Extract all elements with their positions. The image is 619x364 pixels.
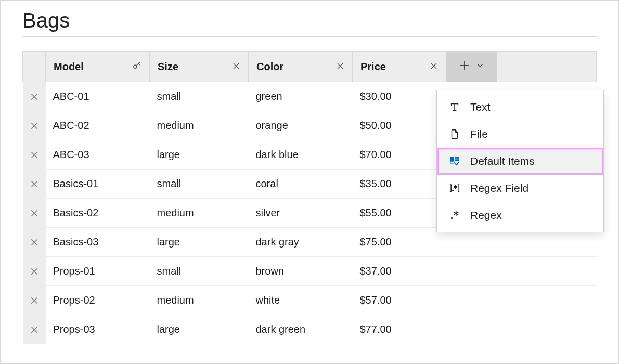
cell-size[interactable]: small xyxy=(150,170,249,199)
cell-empty xyxy=(446,257,497,286)
menu-item-label: File xyxy=(470,128,488,140)
cell-price[interactable]: $55.00 xyxy=(353,199,446,228)
close-icon xyxy=(23,179,46,189)
cell-model[interactable]: Basics-02 xyxy=(46,199,150,228)
cell-price[interactable]: $77.00 xyxy=(353,315,446,344)
menu-item-label: Regex xyxy=(470,209,502,222)
delete-row-button[interactable] xyxy=(23,257,46,286)
column-header-label: Model xyxy=(54,61,128,73)
column-header-label: Size xyxy=(158,61,228,73)
add-column-button[interactable] xyxy=(446,52,497,82)
cell-size[interactable]: large xyxy=(150,140,249,170)
cell-model[interactable]: Props-02 xyxy=(46,286,150,315)
cell-size[interactable]: medium xyxy=(150,286,249,315)
svg-rect-34 xyxy=(455,159,459,161)
cell-price[interactable]: $35.00 xyxy=(353,170,446,199)
cell-size[interactable]: large xyxy=(150,315,249,344)
cell-model[interactable]: Basics-03 xyxy=(46,228,150,257)
cell-price[interactable]: $50.00 xyxy=(353,111,446,140)
cell-model[interactable]: Basics-01 xyxy=(46,170,150,199)
column-header-price[interactable]: Price xyxy=(353,52,446,82)
close-icon xyxy=(23,92,46,101)
cell-color[interactable]: dark blue xyxy=(249,140,353,170)
cell-size[interactable]: large xyxy=(150,228,249,257)
cell-color[interactable]: orange xyxy=(249,111,353,140)
regex-icon xyxy=(448,210,461,221)
cell-model[interactable]: Props-01 xyxy=(46,257,150,286)
delete-row-button[interactable] xyxy=(23,140,46,170)
column-header-label: Color xyxy=(256,61,332,73)
column-header-size[interactable]: Size xyxy=(150,52,249,82)
table-row: Props-01smallbrown$37.00 xyxy=(23,257,597,286)
cell-model[interactable]: Props-03 xyxy=(46,315,150,344)
menu-item-regex-field[interactable]: Regex Field xyxy=(437,175,603,202)
close-icon[interactable] xyxy=(232,61,240,73)
cell-size[interactable]: medium xyxy=(150,111,249,140)
cell-empty xyxy=(446,315,497,344)
cell-size[interactable]: medium xyxy=(150,199,249,228)
close-icon[interactable] xyxy=(430,61,438,73)
cell-price[interactable]: $37.00 xyxy=(353,257,446,286)
cell-price[interactable]: $70.00 xyxy=(353,140,446,170)
chevron-down-icon xyxy=(475,61,485,73)
close-icon xyxy=(23,150,46,160)
close-icon xyxy=(23,296,46,305)
cell-model[interactable]: ABC-01 xyxy=(46,82,150,111)
default-items-icon xyxy=(448,155,461,167)
cell-empty xyxy=(446,286,497,315)
cell-empty xyxy=(497,286,597,315)
cell-price[interactable]: $30.00 xyxy=(353,82,446,111)
menu-item-label: Default Items xyxy=(470,155,535,167)
cell-color[interactable]: dark green xyxy=(249,315,353,344)
menu-item-regex[interactable]: Regex xyxy=(437,202,603,229)
delete-row-button[interactable] xyxy=(23,228,46,257)
column-header-model[interactable]: Model xyxy=(46,52,150,82)
column-header-label: Price xyxy=(360,61,425,73)
cell-empty xyxy=(497,257,597,286)
delete-row-button[interactable] xyxy=(23,286,46,315)
column-header-color[interactable]: Color xyxy=(249,52,353,82)
delete-row-button[interactable] xyxy=(23,82,46,111)
delete-row-button[interactable] xyxy=(23,111,46,140)
page-title: Bags xyxy=(22,9,597,32)
column-spacer xyxy=(497,52,597,82)
cell-color[interactable]: green xyxy=(249,82,353,111)
menu-item-default-items[interactable]: Default Items xyxy=(437,148,603,175)
close-icon xyxy=(23,267,46,276)
cell-price[interactable]: $57.00 xyxy=(353,286,446,315)
cell-model[interactable]: ABC-03 xyxy=(46,140,150,170)
regex-field-icon xyxy=(448,183,461,194)
close-icon xyxy=(23,238,46,247)
cell-color[interactable]: dark gray xyxy=(249,228,353,257)
table-row: Props-03largedark green$77.00 xyxy=(23,315,597,344)
svg-point-40 xyxy=(451,217,453,219)
svg-point-36 xyxy=(452,190,454,191)
plus-icon xyxy=(459,60,470,74)
file-icon xyxy=(448,128,461,140)
table-row: Props-02mediumwhite$57.00 xyxy=(23,286,597,315)
close-icon xyxy=(23,121,46,131)
cell-price[interactable]: $75.00 xyxy=(353,228,446,257)
close-icon xyxy=(23,209,46,218)
close-icon[interactable] xyxy=(336,61,344,73)
svg-rect-35 xyxy=(450,162,454,163)
svg-rect-33 xyxy=(455,157,459,159)
text-icon xyxy=(448,101,461,113)
delete-row-button[interactable] xyxy=(23,199,46,228)
key-icon xyxy=(132,61,141,73)
cell-size[interactable]: small xyxy=(150,257,249,286)
menu-item-text[interactable]: Text xyxy=(437,94,603,121)
cell-color[interactable]: silver xyxy=(249,199,353,228)
cell-color[interactable]: white xyxy=(249,286,353,315)
cell-color[interactable]: coral xyxy=(249,170,353,199)
menu-item-label: Text xyxy=(470,101,491,113)
add-column-menu: Text File Default Items xyxy=(436,90,604,232)
cell-model[interactable]: ABC-02 xyxy=(46,111,150,140)
delete-row-button[interactable] xyxy=(23,315,46,344)
close-icon xyxy=(23,325,46,334)
menu-item-file[interactable]: File xyxy=(437,121,603,148)
cell-color[interactable]: brown xyxy=(249,257,353,286)
cell-size[interactable]: small xyxy=(150,82,249,111)
cell-empty xyxy=(497,315,597,344)
delete-row-button[interactable] xyxy=(23,170,46,199)
